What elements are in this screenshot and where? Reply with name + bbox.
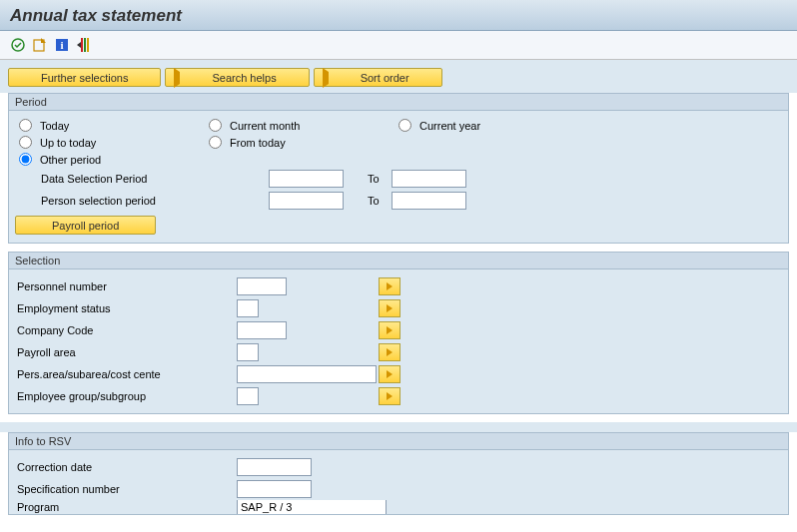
- employment-status-valuehelp[interactable]: [379, 299, 400, 317]
- company-code-input[interactable]: [237, 321, 287, 339]
- correction-date-input[interactable]: [237, 458, 312, 476]
- radio-up-to-today[interactable]: Up to today: [17, 134, 207, 151]
- selection-group: Selection Personnel number Employment st…: [8, 252, 789, 414]
- company-code-valuehelp[interactable]: [379, 321, 400, 339]
- radio-current-month[interactable]: Current month: [207, 117, 397, 134]
- person-selection-to-input[interactable]: [392, 192, 466, 210]
- search-helps-label: Search helps: [184, 72, 304, 84]
- payroll-period-label: Payroll period: [20, 220, 151, 232]
- pers-area-valuehelp[interactable]: [379, 365, 400, 383]
- payroll-area-label: Payroll area: [17, 346, 237, 358]
- execute-icon[interactable]: [10, 37, 26, 53]
- payroll-period-button[interactable]: Payroll period: [15, 216, 156, 235]
- arrow-right-icon: [323, 68, 329, 88]
- radio-today[interactable]: Today: [17, 117, 207, 134]
- period-group: Period Today Current month Current year …: [8, 93, 789, 244]
- sort-order-button[interactable]: Sort order: [314, 68, 442, 87]
- to-label: To: [344, 195, 392, 207]
- personnel-number-label: Personnel number: [17, 280, 237, 292]
- arrow-right-icon: [387, 326, 393, 334]
- payroll-area-valuehelp[interactable]: [379, 343, 400, 361]
- specification-number-label: Specification number: [17, 483, 237, 495]
- program-label: Program: [17, 501, 237, 513]
- personnel-number-input[interactable]: [237, 277, 287, 295]
- employee-group-label: Employee group/subgroup: [17, 390, 237, 402]
- svg-rect-5: [84, 38, 86, 52]
- svg-rect-6: [87, 38, 89, 52]
- search-helps-button[interactable]: Search helps: [165, 68, 309, 87]
- info-icon[interactable]: i: [54, 37, 70, 53]
- employment-status-input[interactable]: [237, 299, 259, 317]
- pers-area-label: Pers.area/subarea/cost cente: [17, 368, 237, 380]
- period-group-title: Period: [9, 94, 788, 111]
- page-title: Annual tax statement: [0, 0, 797, 31]
- pers-area-input[interactable]: [237, 365, 377, 383]
- data-selection-from-input[interactable]: [269, 170, 344, 188]
- person-selection-period-label: Person selection period: [17, 195, 237, 207]
- correction-date-label: Correction date: [17, 461, 237, 473]
- svg-text:i: i: [60, 39, 63, 51]
- action-button-row: Further selections Search helps Sort ord…: [0, 60, 797, 93]
- arrow-right-icon: [387, 370, 393, 378]
- selection-group-title: Selection: [9, 253, 788, 269]
- arrow-right-icon: [387, 282, 393, 290]
- arrow-right-icon: [387, 392, 393, 400]
- get-variant-icon[interactable]: [32, 37, 48, 53]
- selection-icon[interactable]: [76, 37, 92, 53]
- data-selection-to-input[interactable]: [392, 170, 466, 188]
- specification-number-input[interactable]: [237, 480, 312, 498]
- payroll-area-input[interactable]: [237, 343, 259, 361]
- arrow-right-icon: [174, 68, 180, 88]
- company-code-label: Company Code: [17, 324, 237, 336]
- person-selection-from-input[interactable]: [269, 192, 344, 210]
- sort-order-label: Sort order: [333, 72, 437, 84]
- arrow-right-icon: [387, 304, 393, 312]
- employee-group-input[interactable]: [237, 387, 259, 405]
- info-rsv-group-title: Info to RSV: [9, 433, 788, 450]
- app-toolbar: i: [0, 31, 797, 60]
- employment-status-label: Employment status: [17, 302, 237, 314]
- radio-current-year[interactable]: Current year: [397, 117, 586, 134]
- further-selections-label: Further selections: [13, 72, 156, 84]
- radio-other-period[interactable]: Other period: [17, 151, 207, 168]
- further-selections-button[interactable]: Further selections: [8, 68, 161, 87]
- personnel-number-valuehelp[interactable]: [379, 277, 400, 295]
- to-label: To: [344, 173, 392, 185]
- arrow-right-icon: [387, 348, 393, 356]
- radio-from-today[interactable]: From today: [207, 134, 397, 151]
- info-rsv-group: Info to RSV Correction date Specificatio…: [8, 432, 789, 515]
- data-selection-period-label: Data Selection Period: [17, 173, 237, 185]
- program-input[interactable]: [237, 500, 387, 514]
- employee-group-valuehelp[interactable]: [379, 387, 400, 405]
- svg-rect-4: [81, 38, 83, 52]
